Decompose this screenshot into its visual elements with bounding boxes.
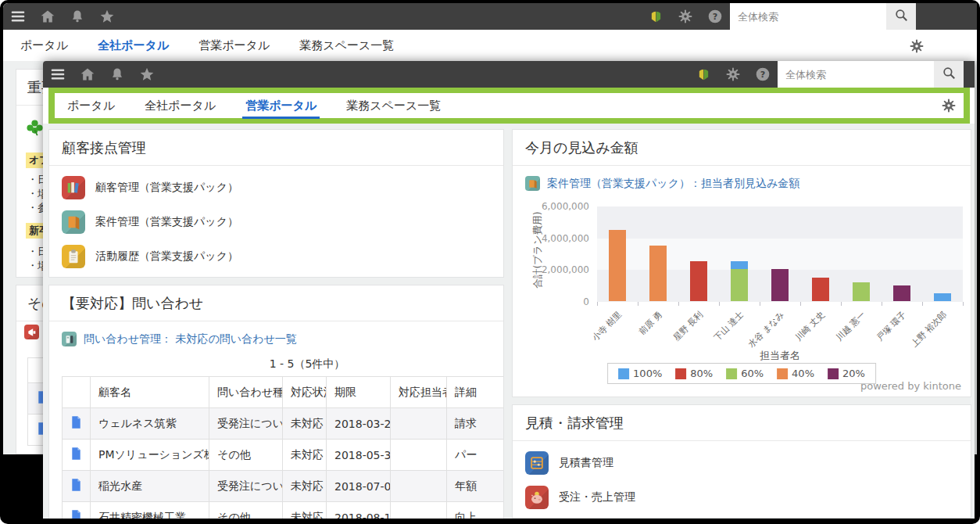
legend-item-100%[interactable]: 100% bbox=[618, 368, 662, 379]
record-document-icon[interactable] bbox=[63, 502, 91, 519]
favorites-star-icon[interactable] bbox=[92, 3, 122, 30]
customer-contact-app-list: 顧客管理（営業支援パック）案件管理（営業支援パック）活動履歴（営業支援パック） bbox=[49, 166, 503, 277]
global-search bbox=[778, 61, 964, 88]
settings-gear-icon[interactable] bbox=[718, 61, 748, 88]
chart-y-tick-label: 2,000,000 bbox=[513, 264, 589, 275]
table-cell bbox=[391, 471, 447, 502]
table-cell bbox=[391, 502, 447, 519]
favorites-star-icon[interactable] bbox=[132, 61, 162, 88]
table-cell: PMソリューションズ株式会社 bbox=[91, 440, 209, 471]
inquiry-table-head: 顧客名問い合わせ種別対応状況期限対応担当者詳細 bbox=[63, 377, 505, 408]
tab-active[interactable]: 営業ポータル bbox=[245, 99, 317, 113]
bar-上野 裕次郎-100%[interactable] bbox=[934, 293, 951, 301]
notifications-bell-icon[interactable] bbox=[102, 61, 132, 88]
app-link[interactable]: 案件管理（営業支援パック） bbox=[49, 205, 503, 239]
legend-label: 100% bbox=[633, 368, 662, 379]
beginner-guide-icon[interactable] bbox=[641, 3, 671, 30]
app-link[interactable]: 活動履歴（営業支援パック） bbox=[49, 239, 503, 274]
chart-x-tick-mark bbox=[597, 302, 598, 306]
table-cell: 受発注について bbox=[209, 408, 283, 440]
svg-text:?: ? bbox=[760, 70, 766, 80]
table-cell: 未対応 bbox=[283, 408, 327, 440]
forecast-title: 今月の見込み金額 bbox=[513, 130, 971, 166]
chart-x-tick-mark bbox=[678, 302, 679, 306]
tab-item[interactable]: 業務スペース一覧 bbox=[299, 38, 394, 53]
home-icon[interactable] bbox=[73, 61, 102, 88]
app-link[interactable]: 見積書管理 bbox=[513, 446, 971, 480]
inquiry-link-label: 問い合わせ管理： 未対応の問い合わせ一覧 bbox=[84, 332, 297, 346]
beginner-guide-icon[interactable] bbox=[689, 61, 718, 88]
portal-content: 顧客接点管理 顧客管理（営業支援パック）案件管理（営業支援パック）活動履歴（営業… bbox=[43, 124, 975, 519]
table-cell: その他 bbox=[209, 502, 283, 519]
app-label: 顧客管理（営業支援パック） bbox=[95, 181, 238, 195]
chart-legend: 100%80%60%40%20% bbox=[607, 363, 876, 384]
search-button[interactable] bbox=[934, 61, 964, 88]
hamburger-menu-icon[interactable] bbox=[43, 61, 73, 88]
front-tab-list: ポータル全社ポータル営業ポータル業務スペース一覧 bbox=[67, 99, 470, 113]
portal-settings-gear-icon[interactable] bbox=[942, 99, 956, 113]
search-button[interactable] bbox=[886, 3, 916, 30]
inquiry-table: 顧客名問い合わせ種別対応状況期限対応担当者詳細 ウェルネス筑紫受発注について未対… bbox=[62, 376, 504, 519]
inquiry-table-body: ウェルネス筑紫受発注について未対応2018-03-29請求PMソリューションズ株… bbox=[63, 408, 505, 519]
help-icon[interactable]: ? bbox=[700, 3, 730, 30]
table-row: 稲光水産受発注について未対応2018-07-01年額 bbox=[63, 471, 505, 502]
forecast-chart-link[interactable]: 案件管理（営業支援パック）：担当者別見込み金額 bbox=[513, 166, 971, 192]
billing-card: 見積・請求管理 見積書管理受注・売上管理 bbox=[512, 404, 971, 519]
app-label: 受注・売上管理 bbox=[559, 490, 635, 504]
tab-item[interactable]: 営業ポータル bbox=[199, 38, 270, 53]
tab-item[interactable]: 業務スペース一覧 bbox=[346, 99, 441, 113]
portal-settings-gear-icon[interactable] bbox=[910, 39, 924, 56]
tab-item[interactable]: 全社ポータル bbox=[145, 99, 216, 113]
chart-y-axis-label: 合計(プラン費用) bbox=[531, 199, 545, 301]
hamburger-menu-icon[interactable] bbox=[3, 3, 33, 30]
bar-戸塚 環子-20%[interactable] bbox=[893, 285, 910, 301]
table-row: PMソリューションズ株式会社その他未対応2018-05-30パー bbox=[63, 440, 505, 471]
legend-item-40%[interactable]: 40% bbox=[777, 368, 814, 379]
tab-item[interactable]: ポータル bbox=[67, 99, 115, 113]
bar-小寺 樹里-40%[interactable] bbox=[609, 230, 626, 302]
app-label: 案件管理（営業支援パック） bbox=[95, 215, 238, 229]
front-topbar: ? bbox=[43, 61, 975, 88]
app-link[interactable]: 顧客管理（営業支援パック） bbox=[49, 170, 503, 205]
customer-contact-card: 顧客接点管理 顧客管理（営業支援パック）案件管理（営業支援パック）活動履歴（営業… bbox=[48, 129, 504, 278]
bar-川越 憲一-60%[interactable] bbox=[853, 282, 870, 301]
app-link[interactable]: 受注・売上管理 bbox=[513, 480, 971, 515]
inquiry-column-header: 対応状況 bbox=[283, 377, 327, 408]
table-cell bbox=[391, 440, 447, 471]
inquiry-column-header: 問い合わせ種別 bbox=[209, 377, 283, 408]
bar-下山 達士-60%[interactable] bbox=[731, 269, 748, 301]
legend-item-60%[interactable]: 60% bbox=[726, 368, 764, 379]
bar-川崎 丈史-80%[interactable] bbox=[812, 278, 829, 302]
bar-下山 達士-100%[interactable] bbox=[731, 261, 748, 269]
help-icon[interactable]: ? bbox=[748, 61, 778, 88]
tab-active[interactable]: 全社ポータル bbox=[98, 38, 169, 53]
chart-grid-band bbox=[597, 206, 963, 239]
global-search-input[interactable] bbox=[730, 3, 886, 30]
billing-app-list: 見積書管理受注・売上管理 bbox=[513, 441, 971, 518]
settings-gear-icon[interactable] bbox=[671, 3, 700, 30]
global-search-input[interactable] bbox=[778, 61, 934, 88]
global-search bbox=[730, 3, 916, 30]
legend-item-20%[interactable]: 20% bbox=[828, 368, 865, 379]
home-icon[interactable] bbox=[33, 3, 63, 30]
inquiry-column-header: 対応担当者 bbox=[391, 377, 447, 408]
bar-前原 勇-40%[interactable] bbox=[649, 246, 667, 301]
tab-item[interactable]: ポータル bbox=[20, 38, 68, 53]
record-document-icon[interactable] bbox=[63, 471, 91, 502]
billing-title: 見積・請求管理 bbox=[513, 405, 971, 441]
notifications-bell-icon[interactable] bbox=[63, 3, 92, 30]
record-document-icon[interactable] bbox=[63, 440, 91, 471]
record-document-icon[interactable] bbox=[63, 408, 91, 440]
inquiry-column-header: 期限 bbox=[327, 377, 391, 408]
bar-水谷 まなみ-20%[interactable] bbox=[771, 269, 789, 301]
legend-swatch bbox=[618, 368, 629, 379]
phone-app-icon bbox=[62, 332, 77, 346]
table-cell: その他 bbox=[209, 440, 283, 471]
back-topbar: ? bbox=[3, 3, 977, 30]
chart-x-tick-mark bbox=[882, 302, 882, 306]
legend-label: 60% bbox=[741, 368, 764, 379]
legend-item-80%[interactable]: 80% bbox=[675, 368, 713, 379]
inquiry-list-link[interactable]: 問い合わせ管理： 未対応の問い合わせ一覧 bbox=[49, 321, 503, 348]
table-cell: 請求 bbox=[447, 408, 505, 440]
bar-星野 長利-80%[interactable] bbox=[690, 261, 707, 301]
